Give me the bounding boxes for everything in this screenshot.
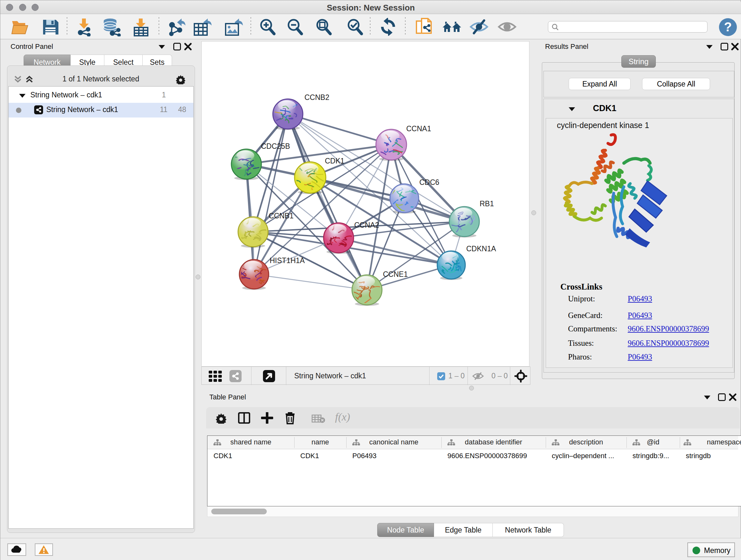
svg-text:CCNB2: CCNB2 [305,93,329,102]
svg-text:CDC25B: CDC25B [261,142,290,150]
svg-text:HIST1H1A: HIST1H1A [270,256,305,265]
svg-text:CDKN1A: CDKN1A [466,245,496,253]
svg-text:CCNB1: CCNB1 [269,212,293,220]
svg-text:RB1: RB1 [480,199,494,208]
svg-text:CCNE1: CCNE1 [383,270,408,278]
svg-text:CCNA2: CCNA2 [354,221,379,229]
svg-text:CCNA1: CCNA1 [406,125,431,133]
svg-text:CDK1: CDK1 [325,157,344,165]
svg-text:CDC6: CDC6 [419,178,440,186]
